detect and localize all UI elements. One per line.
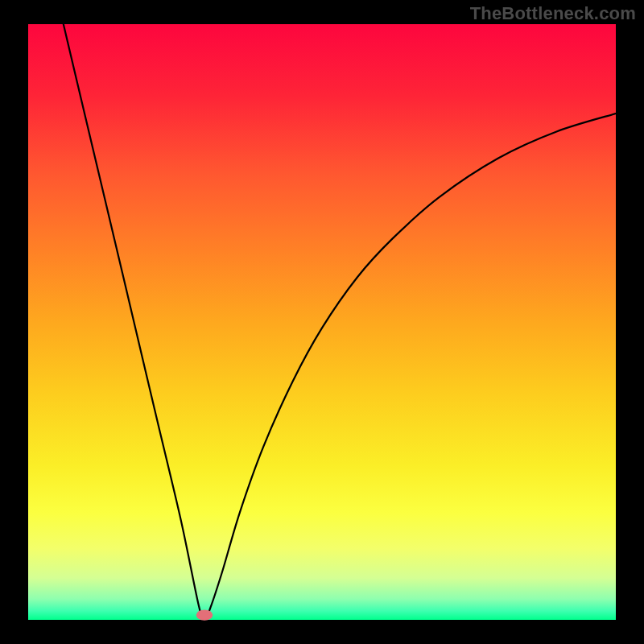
plot-background bbox=[28, 24, 616, 620]
chart-frame: TheBottleneck.com bbox=[0, 0, 644, 644]
min-marker bbox=[196, 609, 213, 620]
bottleneck-chart bbox=[0, 0, 644, 644]
